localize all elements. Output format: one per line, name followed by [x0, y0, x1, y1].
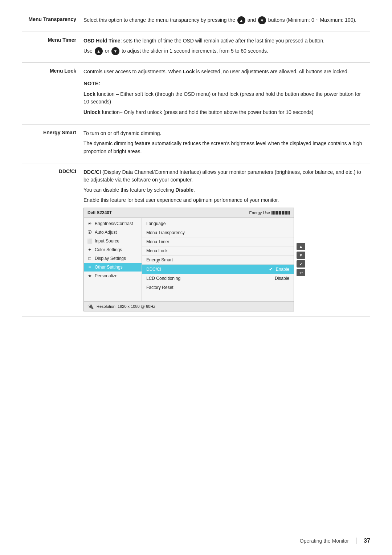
osd-nav-down[interactable]: ▼	[297, 252, 305, 259]
page: Menu Transparency Select this option to …	[0, 0, 392, 555]
osd-right-menu-transparency[interactable]: Menu Transparency	[142, 228, 294, 237]
content-ddcci: DDC/CI (Display Data Channel/Command Int…	[80, 163, 370, 317]
osd-footer: 🔌 Resolution: 1920 x 1080 @ 60Hz	[84, 301, 294, 311]
osd-menu-other-settings[interactable]: ≡ Other Settings	[84, 263, 142, 272]
energy-para2: The dynamic dimming feature automaticall…	[83, 140, 367, 155]
note-heading: NOTE:	[83, 79, 367, 88]
osd-nav-buttons: ▲ ▼ ✓ ↩	[297, 243, 305, 276]
check-icon: ✔	[269, 266, 273, 272]
footer-divider	[356, 538, 356, 544]
table-row-ddcci: DDC/CI DDC/CI (Display Data Channel/Comm…	[22, 163, 370, 317]
note-unlock-para: Unlock function– Only hard unlock (press…	[83, 109, 367, 116]
footer-text: Operating the Monitor	[300, 538, 349, 544]
label-ddcci: DDC/CI	[22, 163, 80, 317]
osd-right-empty1	[142, 292, 294, 296]
down-btn-icon: ▼	[258, 16, 266, 24]
osd-menu-personalize[interactable]: ★ Personalize	[84, 272, 142, 280]
timer-para2: Use ▲ or ▼ to adjust the slider in 1 sec…	[83, 47, 367, 55]
osd-menu-display-settings[interactable]: □ Display Settings	[84, 254, 142, 263]
color-settings-icon: ✦	[87, 247, 93, 252]
label-energy-smart: Energy Smart	[22, 125, 80, 163]
osd-menu-brightness[interactable]: ☀ Brightness/Contrast	[84, 219, 142, 228]
page-footer: Operating the Monitor 37	[300, 538, 370, 544]
ddcci-para2: You can disable this feature by selectin…	[83, 186, 367, 194]
osd-right-lcd-conditioning[interactable]: LCD ConditioningDisable	[142, 274, 294, 283]
osd-menu-auto-adjust[interactable]: ⦿ Auto Adjust	[84, 228, 142, 237]
note-lock-para: Lock function – Either soft lock (throug…	[83, 90, 367, 106]
osd-nav-confirm[interactable]: ✓	[297, 260, 305, 268]
content-table: Menu Transparency Select this option to …	[22, 11, 370, 317]
osd-right-menu-timer[interactable]: Menu Timer	[142, 237, 294, 246]
osd-right-language[interactable]: Language	[142, 219, 294, 228]
osd-energy: Energy Use	[249, 211, 290, 215]
energy-bar	[271, 211, 290, 215]
osd-menu-right: Language Menu Transparency Menu Timer Me…	[142, 218, 294, 301]
display-settings-icon: □	[87, 256, 93, 261]
content-menu-timer: OSD Hold Time: sets the length of time t…	[80, 32, 370, 63]
table-row-timer: Menu Timer OSD Hold Time: sets the lengt…	[22, 32, 370, 63]
lock-para1: Controls user access to adjustments. Whe…	[83, 68, 367, 76]
energy-para1: To turn on or off dynamic dimming.	[83, 130, 367, 138]
label-menu-lock: Menu Lock	[22, 63, 80, 125]
page-number: 37	[364, 538, 370, 544]
note-block: NOTE: Lock function – Either soft lock (…	[83, 79, 367, 117]
content-energy-smart: To turn on or off dynamic dimming. The d…	[80, 125, 370, 163]
up-btn-icon2: ▲	[95, 47, 103, 55]
timer-para1: OSD Hold Time: sets the length of time t…	[83, 37, 367, 45]
osd-right-ddcci[interactable]: DDC/CI ✔ Enable	[142, 265, 294, 274]
osd-right-factory-reset[interactable]: Factory Reset	[142, 283, 294, 292]
osd-header: Dell S2240T Energy Use	[84, 208, 294, 218]
personalize-icon: ★	[87, 273, 93, 278]
osd-nav-up[interactable]: ▲	[297, 243, 305, 250]
table-row-energy: Energy Smart To turn on or off dynamic d…	[22, 125, 370, 163]
up-btn-icon: ▲	[237, 16, 245, 24]
ddcci-para1: DDC/CI (Display Data Channel/Command Int…	[83, 168, 367, 184]
osd-menu-input-source[interactable]: ⬜ Input Source	[84, 237, 142, 245]
table-row-lock: Menu Lock Controls user access to adjust…	[22, 63, 370, 125]
label-menu-transparency: Menu Transparency	[22, 11, 80, 32]
content-menu-transparency: Select this option to change the menu tr…	[80, 11, 370, 32]
label-menu-timer: Menu Timer	[22, 32, 80, 63]
osd-resolution: Resolution: 1920 x 1080 @ 60Hz	[97, 304, 155, 309]
osd-body: ☀ Brightness/Contrast ⦿ Auto Adjust ⬜ In…	[84, 218, 294, 301]
brightness-icon: ☀	[87, 221, 93, 226]
osd-menu-color-settings[interactable]: ✦ Color Settings	[84, 245, 142, 254]
table-row-transparency: Menu Transparency Select this option to …	[22, 11, 370, 32]
input-source-icon: ⬜	[87, 238, 93, 244]
osd-nav-back[interactable]: ↩	[297, 269, 305, 276]
ddcci-para3: Enable this feature for best user experi…	[83, 196, 367, 204]
osd-menu-left: ☀ Brightness/Contrast ⦿ Auto Adjust ⬜ In…	[84, 218, 142, 301]
transparency-text: Select this option to change the menu tr…	[83, 16, 367, 24]
osd-screenshot: Dell S2240T Energy Use	[83, 208, 294, 311]
auto-adjust-icon: ⦿	[87, 230, 93, 235]
content-menu-lock: Controls user access to adjustments. Whe…	[80, 63, 370, 125]
osd-model: Dell S2240T	[87, 210, 112, 215]
other-settings-icon: ≡	[87, 265, 93, 270]
osd-right-energy-smart[interactable]: Energy Smart	[142, 256, 294, 265]
osd-footer-icon: 🔌	[87, 303, 94, 309]
down-btn-icon2: ▼	[111, 47, 119, 55]
osd-right-empty2	[142, 296, 294, 300]
osd-right-menu-lock[interactable]: Menu Lock	[142, 246, 294, 256]
